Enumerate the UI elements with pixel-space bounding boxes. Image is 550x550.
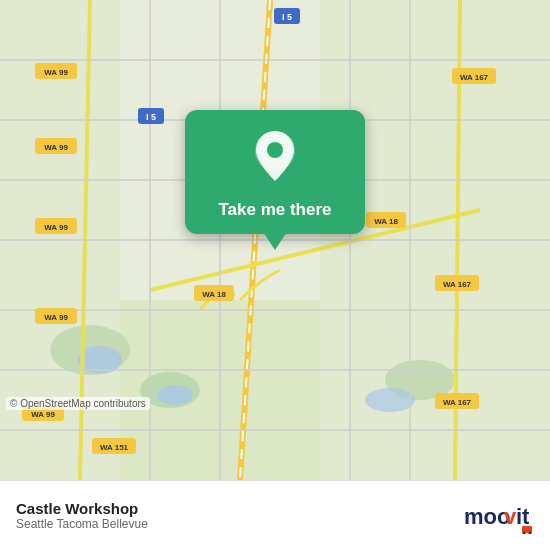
- svg-text:WA 167: WA 167: [443, 398, 472, 407]
- svg-text:WA 151: WA 151: [100, 443, 129, 452]
- bottom-bar: Castle Workshop Seattle Tacoma Bellevue …: [0, 480, 550, 550]
- svg-text:WA 99: WA 99: [44, 313, 68, 322]
- svg-text:WA 99: WA 99: [44, 68, 68, 77]
- svg-text:WA 99: WA 99: [44, 223, 68, 232]
- navigation-popup[interactable]: Take me there: [185, 110, 365, 234]
- svg-text:WA 99: WA 99: [44, 143, 68, 152]
- svg-point-53: [267, 142, 283, 158]
- svg-text:WA 167: WA 167: [443, 280, 472, 289]
- location-name: Castle Workshop: [16, 500, 454, 517]
- location-info: Castle Workshop Seattle Tacoma Bellevue: [16, 500, 454, 531]
- map-container: I 5 I 5 WA 99 WA 99 WA 99 WA 99 WA 99 WA…: [0, 0, 550, 480]
- svg-text:WA 167: WA 167: [460, 73, 489, 82]
- svg-text:it: it: [516, 504, 530, 529]
- take-me-there-button[interactable]: Take me there: [202, 192, 347, 234]
- location-area: Seattle Tacoma Bellevue: [16, 517, 454, 531]
- moovit-logo: moo v it: [464, 498, 534, 534]
- svg-text:WA 18: WA 18: [374, 217, 398, 226]
- map-attribution: © OpenStreetMap contributors: [6, 397, 150, 410]
- svg-text:I 5: I 5: [146, 112, 156, 122]
- svg-point-9: [365, 388, 415, 412]
- svg-point-8: [157, 385, 193, 405]
- svg-text:I 5: I 5: [282, 12, 292, 22]
- popup-icon-area: [240, 122, 310, 192]
- svg-text:WA 99: WA 99: [31, 410, 55, 419]
- svg-text:WA 18: WA 18: [202, 290, 226, 299]
